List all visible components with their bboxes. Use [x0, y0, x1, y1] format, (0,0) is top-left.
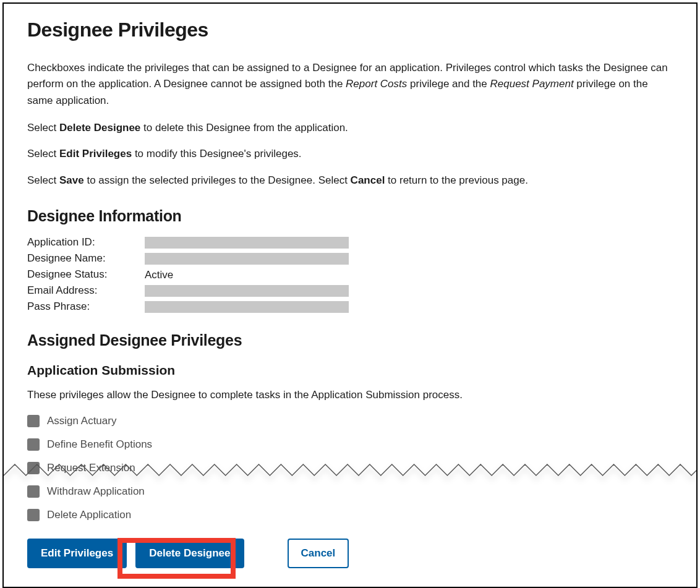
info-label: Designee Name: [27, 252, 145, 265]
button-row: Edit Privileges Delete Designee Cancel [27, 539, 673, 568]
info-label: Pass Phrase: [27, 300, 145, 313]
privilege-label: Withdraw Application [47, 485, 145, 498]
info-label: Designee Status: [27, 268, 145, 281]
privilege-assign-actuary[interactable]: Assign Actuary [27, 415, 673, 427]
info-row-email-address: Email Address: [27, 284, 673, 297]
info-label: Application ID: [27, 236, 145, 249]
privilege-label: Define Benefit Options [47, 438, 152, 451]
privilege-label: Request Extension [47, 462, 135, 474]
edit-privileges-button[interactable]: Edit Privileges [27, 539, 127, 568]
privilege-label: Assign Actuary [47, 415, 116, 427]
info-row-designee-status: Designee Status: Active [27, 268, 673, 281]
info-row-pass-phrase: Pass Phrase: [27, 300, 673, 313]
section-heading: Designee Information [27, 207, 673, 225]
privilege-define-benefit-options[interactable]: Define Benefit Options [27, 438, 673, 451]
cancel-button[interactable]: Cancel [288, 539, 349, 568]
info-row-application-id: Application ID: [27, 236, 673, 249]
info-value-redacted [145, 237, 349, 249]
privilege-request-extension[interactable]: Request Extension [27, 462, 673, 474]
checkbox-icon [27, 509, 40, 521]
checkbox-icon [27, 485, 40, 498]
info-value-redacted [145, 285, 349, 297]
delete-designee-button[interactable]: Delete Designee [135, 539, 244, 568]
designee-info-table: Application ID: Designee Name: Designee … [27, 236, 673, 313]
info-value: Active [145, 269, 349, 281]
info-label: Email Address: [27, 284, 145, 297]
checkbox-icon [27, 415, 40, 427]
info-value-redacted [145, 253, 349, 265]
page-title: Designee Privileges [27, 19, 673, 41]
subsection-heading: Application Submission [27, 363, 673, 378]
instruction-save-cancel: Select Save to assign the selected privi… [27, 173, 673, 189]
instruction-edit: Select Edit Privileges to modify this De… [27, 146, 673, 162]
section-heading: Assigned Designee Privileges [27, 331, 673, 349]
subsection-intro: These privileges allow the Designee to c… [27, 389, 673, 401]
checkbox-icon [27, 462, 40, 474]
privilege-label: Delete Application [47, 509, 131, 521]
info-row-designee-name: Designee Name: [27, 252, 673, 265]
privilege-list: Assign Actuary Define Benefit Options Re… [27, 415, 673, 521]
page-container: Designee Privileges Checkboxes indicate … [2, 2, 698, 588]
info-value-redacted [145, 301, 349, 313]
privilege-withdraw-application[interactable]: Withdraw Application [27, 485, 673, 498]
checkbox-icon [27, 438, 40, 451]
intro-paragraph: Checkboxes indicate the privileges that … [27, 60, 673, 109]
privilege-delete-application[interactable]: Delete Application [27, 509, 673, 521]
instruction-delete: Select Delete Designee to delete this De… [27, 120, 673, 136]
